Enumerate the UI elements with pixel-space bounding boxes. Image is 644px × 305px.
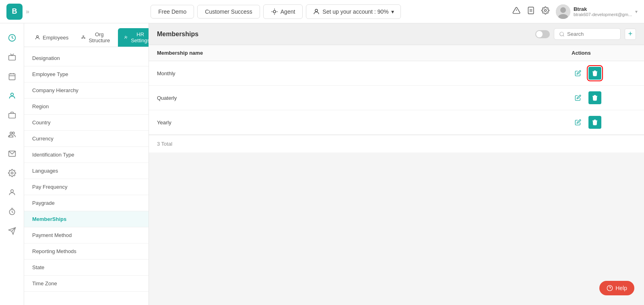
icon-sidebar (0, 23, 24, 305)
delete-icon (592, 70, 598, 76)
edit-button[interactable] (572, 116, 584, 129)
svg-point-39 (560, 32, 564, 35)
add-button[interactable]: + (625, 29, 636, 40)
nav-menu-item[interactable]: Payment Method (24, 227, 149, 243)
org-icon (81, 35, 85, 40)
table-row: Yearly (149, 110, 644, 135)
sidebar-icon-person[interactable] (4, 184, 20, 200)
alert-icon-button[interactable] (512, 6, 520, 16)
hr-settings-icon (124, 35, 128, 40)
help-icon (607, 285, 613, 291)
nav-menu-item[interactable]: Company Hierarchy (24, 82, 149, 99)
user-info: Btrak btrak607-development@gm... (574, 6, 632, 17)
edit-icon (575, 95, 581, 101)
membership-name: Quaterly (157, 95, 572, 101)
search-input[interactable] (567, 31, 615, 37)
table-body: MonthlyQuaterlyYearly (149, 61, 644, 135)
settings-icon (541, 6, 549, 14)
sidebar-icon-timer[interactable] (4, 204, 20, 220)
svg-rect-4 (528, 7, 533, 14)
svg-point-22 (11, 172, 13, 174)
edit-button[interactable] (572, 91, 584, 104)
sidebar-icon-people[interactable] (4, 88, 20, 104)
nav-menu-item[interactable]: Designation (24, 50, 149, 66)
employees-icon (35, 35, 40, 40)
nav-menu: DesignationEmployee TypeCompany Hierarch… (24, 47, 149, 295)
nav-menu-item[interactable]: Identification Type (24, 147, 149, 163)
agent-icon (271, 8, 278, 15)
nav-menu-item[interactable]: Languages (24, 163, 149, 179)
nav-arrows[interactable]: » (26, 8, 29, 15)
table-header: Membership name Actions (149, 45, 644, 61)
sidebar-icon-calendar[interactable] (4, 68, 20, 84)
svg-point-23 (10, 190, 13, 192)
nav-menu-item[interactable]: Time Zone (24, 276, 149, 292)
sidebar-icon-send[interactable] (4, 223, 20, 239)
search-box (554, 28, 621, 40)
actions-cell (572, 116, 636, 129)
nav-menu-item[interactable]: Paygrade (24, 195, 149, 211)
delete-button[interactable] (588, 116, 601, 129)
nav-menu-item[interactable]: MemberShips (24, 211, 149, 227)
user-name: Btrak (574, 6, 632, 12)
svg-point-9 (560, 7, 566, 13)
nav-menu-item[interactable]: State (24, 260, 149, 276)
sidebar-icon-gear[interactable] (4, 165, 20, 181)
svg-line-40 (563, 35, 564, 36)
alert-icon (512, 6, 520, 14)
delete-button[interactable] (588, 91, 601, 104)
col-header-actions: Actions (572, 50, 636, 56)
app-logo: B (6, 4, 23, 20)
svg-rect-18 (8, 113, 15, 118)
help-button[interactable]: Help (599, 281, 634, 295)
svg-point-0 (273, 10, 276, 13)
sidebar-icon-clock[interactable] (4, 30, 20, 46)
tab-hr-settings[interactable]: HR Settings (118, 28, 149, 47)
svg-rect-30 (82, 38, 83, 39)
customer-success-button[interactable]: Customer Success (197, 5, 260, 19)
user-setup-icon (313, 8, 320, 15)
svg-point-7 (544, 10, 546, 12)
avatar (556, 4, 570, 19)
delete-icon (592, 95, 598, 101)
user-section[interactable]: Btrak btrak607-development@gm... ▾ (556, 4, 638, 19)
free-demo-button[interactable]: Free Demo (151, 5, 194, 19)
svg-rect-12 (8, 56, 15, 60)
membership-name: Monthly (157, 70, 572, 76)
agent-button[interactable]: Agent (263, 4, 303, 19)
app-layout: Employees Org Structure HR Settings Desi… (0, 0, 644, 305)
svg-rect-13 (9, 74, 15, 80)
nav-menu-item[interactable]: Pay Frequency (24, 179, 149, 195)
sidebar-icon-mail[interactable] (4, 146, 20, 162)
delete-button[interactable] (588, 67, 601, 80)
sidebar-icon-tv[interactable] (4, 49, 20, 65)
edit-button[interactable] (572, 67, 584, 80)
sidebar-icon-briefcase[interactable] (4, 107, 20, 123)
nav-sidebar: Employees Org Structure HR Settings Desi… (24, 23, 149, 305)
nav-menu-item[interactable]: Country (24, 115, 149, 131)
svg-rect-29 (83, 36, 84, 37)
table-footer: 3 Total (149, 135, 644, 152)
document-icon-button[interactable] (527, 6, 535, 16)
table-container: Membership name Actions MonthlyQuaterlyY… (149, 45, 644, 135)
svg-point-20 (12, 132, 14, 134)
toggle-switch[interactable] (535, 30, 550, 38)
settings-icon-button[interactable] (541, 6, 549, 16)
svg-rect-31 (84, 38, 85, 39)
main-content: Memberships + Membership name Actions Mo… (149, 23, 644, 305)
nav-menu-item[interactable]: Reporting Methods (24, 243, 149, 260)
tab-org-structure[interactable]: Org Structure (76, 28, 116, 47)
table-row: Quaterly (149, 86, 644, 110)
svg-point-17 (10, 93, 13, 96)
sidebar-icon-group[interactable] (4, 126, 20, 142)
user-dropdown-arrow[interactable]: ▾ (635, 9, 638, 14)
actions-cell (572, 67, 636, 80)
nav-menu-item[interactable]: Employee Type (24, 66, 149, 82)
nav-menu-item[interactable]: Currency (24, 131, 149, 147)
nav-menu-item[interactable]: Region (24, 99, 149, 115)
svg-point-36 (125, 36, 126, 37)
section-header: Memberships + (149, 23, 644, 45)
tab-employees[interactable]: Employees (29, 28, 74, 47)
setup-button[interactable]: Set up your account : 90% ▾ (306, 4, 400, 19)
table-row: Monthly (149, 61, 644, 86)
